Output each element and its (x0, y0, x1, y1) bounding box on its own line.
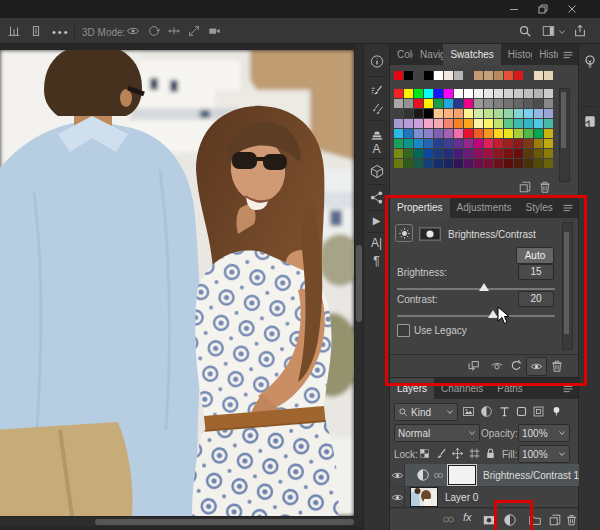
swatch[interactable] (494, 129, 503, 138)
swatch[interactable] (464, 99, 473, 108)
swatch[interactable] (434, 159, 443, 168)
swatch[interactable] (534, 149, 543, 158)
delete-swatch-icon[interactable] (538, 180, 552, 194)
use-legacy-checkbox[interactable] (397, 324, 410, 337)
swatch[interactable] (474, 129, 483, 138)
search-icon[interactable] (518, 24, 532, 38)
lock-transparent-icon[interactable] (418, 447, 431, 460)
swatch[interactable] (394, 89, 403, 98)
eye-icon[interactable] (391, 469, 404, 482)
swatch[interactable] (444, 119, 453, 128)
swatch[interactable] (424, 89, 433, 98)
brush-settings-icon[interactable] (369, 84, 384, 99)
swatch[interactable] (464, 149, 473, 158)
swatch[interactable] (454, 129, 463, 138)
fill-value-box[interactable]: 100% (518, 445, 570, 463)
close-icon[interactable] (566, 3, 578, 15)
swatch[interactable] (444, 89, 453, 98)
swatch[interactable] (454, 159, 463, 168)
swatch[interactable] (414, 159, 423, 168)
swatch[interactable] (414, 99, 423, 108)
new-swatch-icon[interactable] (518, 180, 532, 194)
share-panel-icon[interactable] (369, 190, 384, 205)
swatch[interactable] (524, 149, 533, 158)
swatch[interactable] (524, 99, 533, 108)
swatch[interactable] (454, 149, 463, 158)
swatch[interactable] (394, 139, 403, 148)
panel-menu-icon[interactable] (558, 197, 578, 218)
swatch[interactable] (424, 129, 433, 138)
swatch[interactable] (464, 89, 473, 98)
swatch[interactable] (394, 149, 403, 158)
actions-panel-icon[interactable]: ▶ (373, 214, 381, 228)
swatch[interactable] (544, 89, 553, 98)
swatch[interactable] (434, 71, 443, 80)
swatch[interactable] (414, 119, 423, 128)
swatch[interactable] (464, 119, 473, 128)
character-panel-icon[interactable]: A| (371, 236, 382, 250)
clone-source-icon[interactable] (369, 126, 384, 141)
layer-name[interactable]: Layer 0 (445, 492, 478, 503)
more-options-icon[interactable]: ••• (52, 26, 70, 38)
swatch[interactable] (414, 109, 423, 118)
swatch[interactable] (474, 149, 483, 158)
tab-layers[interactable]: Layers (390, 378, 434, 399)
swatch[interactable] (534, 139, 543, 148)
swatch[interactable] (424, 159, 433, 168)
swatch[interactable] (414, 149, 423, 158)
swatch[interactable] (544, 119, 553, 128)
swatch[interactable] (424, 71, 433, 80)
swatch[interactable] (414, 89, 423, 98)
swatch[interactable] (454, 99, 463, 108)
swatch[interactable] (524, 159, 533, 168)
swatch[interactable] (514, 149, 523, 158)
swatch[interactable] (404, 109, 413, 118)
filter-smart-objects-icon[interactable] (532, 405, 545, 418)
swatch[interactable] (504, 129, 513, 138)
libraries-panel-icon[interactable] (582, 114, 597, 129)
workspace-icon[interactable] (541, 24, 556, 38)
swatch[interactable] (504, 109, 513, 118)
canvas-horizontal-scrollbar[interactable] (0, 516, 363, 526)
filter-toggle-icon[interactable] (550, 405, 563, 418)
tool-preset-icon[interactable] (7, 24, 21, 38)
swatch[interactable] (394, 119, 403, 128)
lock-all-icon[interactable] (484, 447, 497, 460)
link-layers-icon[interactable] (442, 513, 455, 526)
swatch[interactable] (524, 139, 533, 148)
info-panel-icon[interactable] (369, 54, 384, 69)
tab-styles[interactable]: Styles (519, 197, 558, 218)
chevron-down-icon[interactable] (558, 28, 566, 36)
swatch[interactable] (474, 109, 483, 118)
swatch[interactable] (494, 99, 503, 108)
swatch[interactable] (504, 159, 513, 168)
swatch[interactable] (544, 99, 553, 108)
brightness-slider-thumb[interactable] (479, 283, 489, 291)
swatch[interactable] (504, 99, 513, 108)
swatch[interactable] (444, 99, 453, 108)
opacity-value-box[interactable]: 100% (518, 424, 570, 442)
3d-pan-icon[interactable] (167, 24, 181, 38)
brushes-panel-icon[interactable] (369, 102, 384, 117)
swatch[interactable] (484, 71, 493, 80)
new-adjustment-layer-icon[interactable] (503, 513, 517, 527)
swatch[interactable] (534, 159, 543, 168)
layer-row-adjustment[interactable]: Brightness/Contrast 1 (390, 464, 578, 487)
swatch[interactable] (544, 109, 553, 118)
swatch[interactable] (514, 139, 523, 148)
swatch[interactable] (414, 139, 423, 148)
swatch[interactable] (544, 71, 553, 80)
swatch[interactable] (494, 71, 503, 80)
minimize-icon[interactable] (508, 3, 520, 15)
filter-adjustment-layers-icon[interactable] (480, 405, 493, 418)
swatch[interactable] (504, 71, 513, 80)
swatch[interactable] (544, 149, 553, 158)
layer-name[interactable]: Brightness/Contrast 1 (483, 470, 579, 481)
swatch[interactable] (424, 149, 433, 158)
tool-options-icon[interactable] (29, 24, 43, 38)
contrast-slider[interactable] (397, 310, 555, 320)
tab-navigator[interactable]: Navigator (413, 44, 443, 65)
auto-button[interactable]: Auto (516, 247, 554, 264)
swatch[interactable] (404, 71, 413, 80)
swatch[interactable] (434, 109, 443, 118)
